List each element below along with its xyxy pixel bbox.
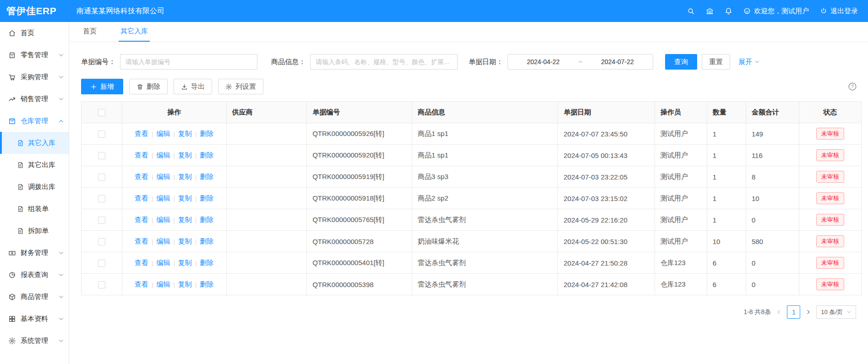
bill-no-input[interactable] (120, 54, 257, 70)
product-input[interactable] (310, 54, 458, 70)
action-delete-link[interactable]: 删除 (200, 216, 213, 223)
action-view-link[interactable]: 查看 (135, 130, 148, 137)
row-checkbox[interactable] (98, 174, 105, 181)
cell-amount: 580 (746, 231, 799, 252)
sidebar-item-label: 仓库管理 (21, 117, 48, 125)
table-toolbar: 新增 删除 导出 列设置 ? (69, 70, 868, 94)
action-delete-link[interactable]: 删除 (200, 151, 213, 159)
status-badge: 未审核 (816, 257, 844, 269)
sidebar-item-goods[interactable]: 商品管理 (0, 286, 69, 308)
search-button[interactable]: 查询 (665, 54, 697, 70)
action-copy-link[interactable]: 复制 (178, 216, 192, 223)
sidebar-item-home[interactable]: 首页 (0, 22, 69, 44)
welcome-user[interactable]: 欢迎您，测试用户 (743, 7, 809, 16)
action-edit-link[interactable]: 编辑 (156, 280, 170, 288)
status-badge: 未审核 (816, 278, 844, 290)
action-edit-link[interactable]: 编辑 (156, 173, 170, 180)
sidebar-item-system[interactable]: 系统管理 (0, 330, 69, 352)
sidebar-subitem-other-inbound[interactable]: 其它入库 (0, 132, 69, 154)
plus-icon (90, 83, 97, 90)
status-badge: 未审核 (816, 128, 844, 140)
action-copy-link[interactable]: 复制 (178, 130, 192, 137)
action-view-link[interactable]: 查看 (135, 280, 148, 288)
action-view-link[interactable]: 查看 (135, 194, 148, 202)
reset-button[interactable]: 重置 (702, 54, 730, 70)
action-edit-link[interactable]: 编辑 (156, 216, 170, 223)
next-page-icon[interactable] (805, 309, 811, 315)
action-separator: | (195, 260, 197, 266)
action-view-link[interactable]: 查看 (135, 151, 148, 159)
row-checkbox[interactable] (98, 281, 105, 288)
row-checkbox[interactable] (98, 238, 105, 245)
help-icon[interactable]: ? (848, 82, 857, 91)
action-delete-link[interactable]: 删除 (200, 237, 213, 245)
action-edit-link[interactable]: 编辑 (156, 151, 170, 159)
action-view-link[interactable]: 查看 (135, 173, 148, 180)
sidebar-subitem-transfer-outbound[interactable]: 调拨出库 (0, 176, 69, 198)
sidebar-item-sales[interactable]: 销售管理 (0, 88, 69, 110)
chevron-down-icon (58, 338, 64, 344)
logout-button[interactable]: 退出登录 (820, 7, 858, 16)
action-copy-link[interactable]: 复制 (178, 173, 192, 180)
tab-home[interactable]: 首页 (81, 22, 98, 42)
date-range-picker[interactable]: 2024-04-22 ~ 2024-07-22 (508, 54, 653, 70)
action-edit-link[interactable]: 编辑 (156, 194, 170, 202)
add-button[interactable]: 新增 (81, 79, 123, 94)
action-separator: | (152, 195, 153, 202)
action-edit-link[interactable]: 编辑 (156, 130, 170, 137)
cell-product: 商品2 sp2 (412, 188, 558, 209)
action-view-link[interactable]: 查看 (135, 216, 148, 223)
cell-operator: 测试用户 (655, 166, 707, 188)
gear-icon (225, 83, 232, 90)
prev-page-icon[interactable] (776, 309, 782, 315)
sidebar-item-purchase[interactable]: 采购管理 (0, 66, 69, 88)
action-delete-link[interactable]: 删除 (200, 259, 213, 266)
sidebar-item-basic[interactable]: 基本资料 (0, 308, 69, 330)
action-edit-link[interactable]: 编辑 (156, 259, 170, 266)
action-copy-link[interactable]: 复制 (178, 194, 192, 202)
action-copy-link[interactable]: 复制 (178, 280, 192, 288)
action-copy-link[interactable]: 复制 (178, 237, 192, 245)
action-view-link[interactable]: 查看 (135, 237, 148, 245)
select-all-checkbox[interactable] (98, 109, 105, 116)
bell-icon[interactable] (725, 7, 732, 15)
delete-button[interactable]: 删除 (129, 79, 168, 94)
action-view-link[interactable]: 查看 (135, 259, 148, 266)
sidebar-subitem-disassembly[interactable]: 拆卸单 (0, 220, 69, 242)
row-checkbox[interactable] (98, 130, 105, 138)
row-checkbox[interactable] (98, 152, 105, 159)
bill-no-label: 单据编号： (81, 58, 115, 66)
col-header: 商品信息 (412, 102, 558, 123)
page-number-button[interactable]: 1 (787, 305, 800, 319)
column-settings-button[interactable]: 列设置 (218, 79, 263, 94)
action-copy-link[interactable]: 复制 (178, 259, 192, 266)
search-icon[interactable] (687, 7, 695, 15)
expand-toggle[interactable]: 展开 (738, 58, 760, 66)
cell-amount: 149 (746, 123, 799, 145)
action-delete-link[interactable]: 删除 (200, 280, 213, 288)
export-button[interactable]: 导出 (174, 79, 212, 94)
date-from[interactable]: 2024-04-22 (508, 58, 579, 65)
sidebar-item-label: 销售管理 (21, 95, 48, 103)
action-delete-link[interactable]: 删除 (200, 194, 213, 202)
row-checkbox[interactable] (98, 195, 105, 202)
sidebar-subitem-assembly[interactable]: 组装单 (0, 198, 69, 220)
chevron-down-icon (754, 59, 760, 65)
sidebar-item-report[interactable]: 报表查询 (0, 264, 69, 286)
date-to[interactable]: 2024-07-22 (582, 58, 653, 65)
action-copy-link[interactable]: 复制 (178, 151, 192, 159)
page-size-select[interactable]: 10 条/页 (816, 305, 856, 319)
tab-other-inbound[interactable]: 其它入库 (119, 22, 150, 42)
sidebar-item-warehouse[interactable]: 仓库管理 (0, 110, 69, 132)
row-checkbox[interactable] (98, 260, 105, 267)
row-checkbox[interactable] (98, 217, 105, 224)
cell-product: 商品1 sp1 (412, 123, 558, 145)
action-delete-link[interactable]: 删除 (200, 130, 213, 137)
sidebar-item-retail[interactable]: 零售管理 (0, 44, 69, 66)
bank-icon[interactable] (706, 7, 714, 15)
action-edit-link[interactable]: 编辑 (156, 237, 170, 245)
sidebar-subitem-other-outbound[interactable]: 其它出库 (0, 154, 69, 176)
sidebar-item-finance[interactable]: 财务管理 (0, 242, 69, 264)
status-badge: 未审核 (816, 235, 844, 247)
action-delete-link[interactable]: 删除 (200, 173, 213, 180)
